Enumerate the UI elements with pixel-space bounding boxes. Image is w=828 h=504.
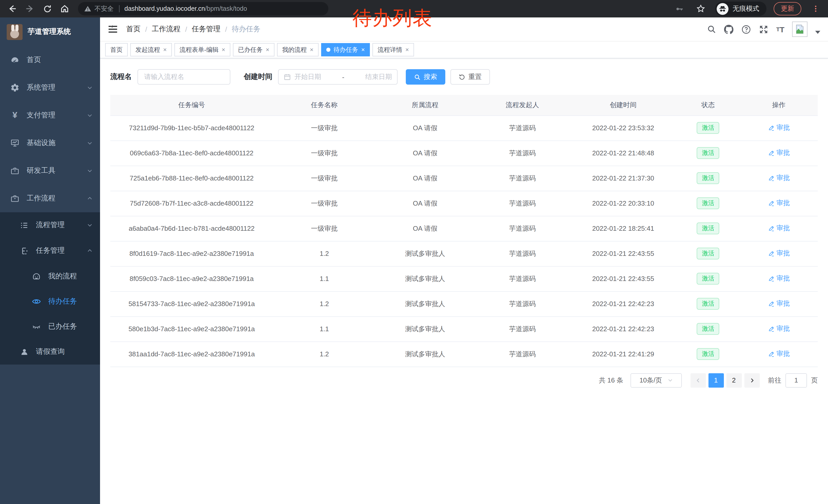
goto-page-input[interactable]: 1 bbox=[785, 373, 807, 387]
sidebar-item-label: 流程管理 bbox=[36, 221, 87, 230]
sidebar-item-devtools[interactable]: 研发工具 bbox=[0, 157, 100, 185]
range-separator: - bbox=[325, 73, 362, 81]
pagination: 共 16 条 10条/页 12 前往 1 页 bbox=[110, 373, 818, 387]
toolbox-icon bbox=[10, 166, 19, 175]
approve-link[interactable]: 审批 bbox=[768, 299, 790, 308]
cell-task-name: 一级审批 bbox=[273, 216, 376, 241]
process-name-input[interactable]: 请输入流程名 bbox=[137, 69, 230, 85]
prev-page-button[interactable] bbox=[690, 373, 706, 387]
incognito-icon bbox=[717, 3, 729, 15]
tab-close-icon[interactable]: × bbox=[310, 47, 314, 53]
approve-link[interactable]: 审批 bbox=[768, 174, 790, 183]
tab-close-icon[interactable]: × bbox=[266, 47, 269, 53]
cell-process: OA 请假 bbox=[376, 216, 474, 241]
cell-starter: 芋道源码 bbox=[474, 166, 570, 191]
approve-link-label: 审批 bbox=[777, 174, 790, 183]
sidebar-item-infra[interactable]: 基础设施 bbox=[0, 129, 100, 157]
sidebar-item-todo-tasks[interactable]: 待办任务 bbox=[0, 289, 100, 314]
approve-link[interactable]: 审批 bbox=[768, 123, 790, 133]
col-status: 状态 bbox=[676, 95, 740, 116]
cell-created: 2022-01-22 23:53:32 bbox=[570, 116, 676, 140]
approve-link[interactable]: 审批 bbox=[768, 148, 790, 158]
font-size-icon[interactable]: TT bbox=[776, 25, 784, 34]
table-header-row: 任务编号 任务名称 所属流程 流程发起人 创建时间 状态 操作 bbox=[110, 95, 818, 116]
tab-已办任务[interactable]: 已办任务× bbox=[233, 43, 275, 56]
col-created: 创建时间 bbox=[570, 95, 676, 116]
bookmark-star-icon[interactable] bbox=[694, 2, 708, 16]
active-tab-dot bbox=[326, 48, 330, 52]
sidebar-item-my-process[interactable]: 我的流程 bbox=[0, 264, 100, 289]
tab-首页[interactable]: 首页 bbox=[105, 43, 128, 56]
cell-actions: 审批 bbox=[740, 116, 818, 140]
search-button[interactable]: 搜索 bbox=[406, 69, 445, 85]
pagination-total: 共 16 条 bbox=[599, 375, 623, 385]
tab-发起流程[interactable]: 发起流程× bbox=[130, 43, 172, 56]
date-range-picker[interactable]: 开始日期 - 结束日期 bbox=[278, 69, 398, 85]
page-button-2[interactable]: 2 bbox=[726, 373, 742, 387]
breadcrumb-home[interactable]: 首页 bbox=[126, 25, 140, 34]
page-size-select[interactable]: 10条/页 bbox=[630, 373, 682, 387]
tab-流程表单-编辑[interactable]: 流程表单-编辑× bbox=[174, 43, 230, 56]
sidebar-item-process-mgmt[interactable]: 流程管理 bbox=[0, 212, 100, 238]
cell-task-name: 1.1 bbox=[273, 316, 376, 341]
browser-reload-icon[interactable] bbox=[40, 2, 54, 16]
sidebar-item-workflow[interactable]: 工作流程 bbox=[0, 185, 100, 212]
approve-link-label: 审批 bbox=[777, 123, 790, 133]
col-starter: 流程发起人 bbox=[474, 95, 570, 116]
approve-link[interactable]: 审批 bbox=[768, 350, 790, 359]
browser-forward-icon[interactable] bbox=[23, 2, 37, 16]
tab-我的流程[interactable]: 我的流程× bbox=[277, 43, 319, 56]
approve-link[interactable]: 审批 bbox=[768, 324, 790, 333]
sidebar-item-task-mgmt[interactable]: 任务管理 bbox=[0, 238, 100, 264]
cell-task-name: 1.2 bbox=[273, 291, 376, 316]
tab-close-icon[interactable]: × bbox=[361, 47, 365, 53]
sidebar-fold-icon[interactable] bbox=[108, 24, 118, 34]
cell-actions: 审批 bbox=[740, 241, 818, 266]
tab-待办任务[interactable]: 待办任务× bbox=[321, 43, 370, 56]
sidebar-item-payment[interactable]: ¥ 支付管理 bbox=[0, 101, 100, 129]
cell-task-id: 58154733-7ac8-11ec-a9e2-a2380e71991a bbox=[110, 291, 273, 316]
cell-starter: 芋道源码 bbox=[474, 140, 570, 166]
sidebar-item-home[interactable]: 首页 bbox=[0, 46, 100, 74]
help-icon[interactable] bbox=[741, 25, 751, 34]
sidebar-item-leave-query[interactable]: 请假查询 bbox=[0, 339, 100, 365]
browser-home-icon[interactable] bbox=[57, 2, 72, 16]
cell-task-id: a6aba0a4-7b6d-11ec-b781-acde48001122 bbox=[110, 216, 273, 241]
sidebar-item-system[interactable]: 系统管理 bbox=[0, 74, 100, 101]
reset-button[interactable]: 重置 bbox=[450, 69, 490, 85]
app-logo[interactable]: 芋道管理系统 bbox=[0, 17, 100, 46]
browser-update-button[interactable]: 更新 bbox=[774, 2, 801, 15]
approve-link[interactable]: 审批 bbox=[768, 274, 790, 283]
tab-close-icon[interactable]: × bbox=[405, 47, 409, 53]
breadcrumb-workflow[interactable]: 工作流程 bbox=[152, 25, 180, 34]
browser-back-icon[interactable] bbox=[5, 2, 19, 16]
tags-view-bar: 首页发起流程×流程表单-编辑×已办任务×我的流程×待办任务×流程详情× bbox=[100, 41, 828, 58]
page-button-1[interactable]: 1 bbox=[708, 373, 723, 387]
sidebar-item-done-tasks[interactable]: 已办任务 bbox=[0, 314, 100, 339]
address-bar[interactable]: 不安全 dashboard.yudao.iocoder.cn/bpm/task/… bbox=[78, 2, 328, 15]
tab-close-icon[interactable]: × bbox=[222, 47, 225, 53]
approve-link[interactable]: 审批 bbox=[768, 199, 790, 208]
search-button-label: 搜索 bbox=[424, 72, 437, 82]
cell-starter: 芋道源码 bbox=[474, 116, 570, 140]
cell-starter: 芋道源码 bbox=[474, 241, 570, 266]
search-icon[interactable] bbox=[707, 25, 716, 34]
fullscreen-icon[interactable] bbox=[759, 25, 769, 34]
cell-status: 激活 bbox=[676, 341, 740, 367]
security-warning-icon bbox=[84, 5, 91, 12]
breadcrumb-task-mgmt[interactable]: 任务管理 bbox=[192, 25, 220, 34]
process-name-placeholder: 请输入流程名 bbox=[144, 72, 184, 82]
cell-status: 激活 bbox=[676, 216, 740, 241]
browser-menu-icon[interactable] bbox=[809, 2, 823, 16]
chevron-down-icon bbox=[87, 112, 93, 119]
tab-close-icon[interactable]: × bbox=[163, 47, 167, 53]
tab-流程详情[interactable]: 流程详情× bbox=[372, 43, 414, 56]
approve-link[interactable]: 审批 bbox=[768, 224, 790, 233]
password-key-icon[interactable] bbox=[672, 2, 687, 16]
next-page-button[interactable] bbox=[744, 373, 759, 387]
avatar[interactable] bbox=[792, 21, 808, 37]
avatar-caret-icon[interactable] bbox=[815, 31, 820, 34]
filter-form: 流程名 请输入流程名 创建时间 开始日期 - 结束日期 搜索 bbox=[110, 69, 818, 85]
approve-link[interactable]: 审批 bbox=[768, 249, 790, 258]
github-icon[interactable] bbox=[724, 25, 734, 34]
